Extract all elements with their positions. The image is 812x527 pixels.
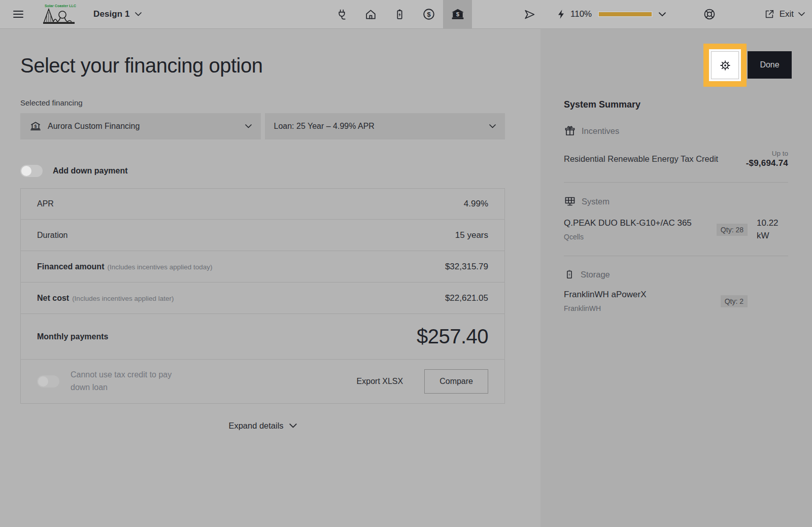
table-row-apr: APR 4.99% [21,189,504,220]
svg-text:$: $ [427,11,431,18]
selected-financing-label: Selected financing [20,98,540,107]
settings-button[interactable] [711,51,739,79]
chevron-down-icon [798,12,805,16]
storage-model-name: FranklinWH aPowerX [564,290,721,300]
add-down-payment-toggle[interactable] [20,165,43,177]
tab-financing-active[interactable]: $ [443,0,472,28]
monthly-payments-label: Monthly payments [37,332,108,341]
row-value: $22,621.05 [445,293,488,303]
offset-progress-bar [597,11,653,18]
add-down-payment-label: Add down payment [53,166,128,175]
exit-icon [764,9,775,20]
financing-dropdowns: $ Aurora Custom Financing Loan: 25 Year … [20,113,505,139]
share-proposal-button[interactable] [515,0,544,28]
monthly-payments-value: $257.40 [417,325,488,348]
incentive-name: Residential Renewable Energy Tax Credit [564,150,718,164]
chevron-down-icon [489,124,496,128]
row-value: $32,315.79 [445,262,488,272]
storage-equipment-item: FranklinWH aPowerX FranklinWH Qty: 2 [564,290,788,312]
panel-model-name: Q.PEAK DUO BLK-G10+/AC 365 [564,218,717,228]
offset-percentage: 110% [570,9,592,19]
incentive-item: Residential Renewable Energy Tax Credit … [564,150,788,168]
send-icon [523,8,536,21]
system-section-header: System [564,195,788,207]
expand-details-button[interactable]: Expand details [20,421,505,431]
export-xlsx-button[interactable]: Export XLSX [357,377,403,386]
plug-icon [335,8,348,21]
tab-utility[interactable] [327,0,356,28]
help-button[interactable] [699,0,720,28]
bank-financing-icon: $ [451,8,464,21]
tab-storage[interactable] [385,0,414,28]
tab-home[interactable] [356,0,385,28]
table-row-net-cost: Net cost(Includes incentives applied lat… [21,283,504,314]
system-size-value: 10.22 [757,217,788,230]
svg-text:$: $ [456,11,459,17]
battery-icon [393,8,406,21]
incentives-section-header: Incentives [564,125,788,137]
home-icon [364,8,377,21]
table-footer-row: Cannot use tax credit to pay down loan E… [21,360,504,403]
bank-icon: $ [29,120,42,132]
system-size-unit: kW [757,230,788,242]
loan-details-table: APR 4.99% Duration 15 years Financed amo… [20,188,505,404]
tab-pricing[interactable]: $ [414,0,443,28]
row-value: 15 years [455,230,488,240]
chevron-down-icon [289,424,297,428]
row-label: Financed amount [37,262,104,271]
exit-menu[interactable]: Exit [764,0,805,28]
panel-manufacturer: Qcells [564,233,717,241]
chevron-down-icon [245,124,252,128]
storage-label: Storage [581,270,610,279]
menu-button[interactable] [7,0,29,28]
storage-battery-icon [564,269,575,280]
energy-offset-status[interactable]: 110% [557,0,666,28]
system-label: System [582,197,610,206]
dollar-circle-icon: $ [422,8,435,21]
incentive-value: -$9,694.74 [746,158,788,168]
storage-qty-badge: Qty: 2 [721,295,748,307]
table-row-financed-amount: Financed amount(Includes incentives appl… [21,251,504,283]
company-logo: Solar Coaster LLC [42,0,79,28]
loan-product-value: Loan: 25 Year – 4.99% APR [274,122,490,131]
loan-product-dropdown[interactable]: Loan: 25 Year – 4.99% APR [265,113,505,139]
incentives-label: Incentives [582,126,619,136]
financing-panel: Select your financing option Selected fi… [0,29,540,527]
system-size: 10.22 kW [757,217,788,242]
divider [564,182,788,183]
row-label: APR [37,199,54,208]
table-row-monthly-payments: Monthly payments $257.40 [21,314,504,360]
design-selector[interactable]: Design 1 [93,0,142,28]
done-button[interactable]: Done [748,51,792,79]
svg-text:$: $ [34,124,37,129]
settings-button-outer [709,49,741,81]
divider [564,256,788,256]
equipment-info: Q.PEAK DUO BLK-G10+/AC 365 Qcells [564,218,717,241]
mode-tabs: $ $ [327,0,472,28]
table-row-duration: Duration 15 years [21,220,504,251]
lifebuoy-help-icon [703,8,716,21]
gear-icon [719,59,731,72]
tax-credit-toggle-label: Cannot use tax credit to pay down loan [71,369,185,394]
chevron-down-icon [135,12,142,16]
bolt-icon [557,9,565,19]
financing-provider-dropdown[interactable]: $ Aurora Custom Financing [20,113,261,139]
system-summary-title: System Summary [564,99,788,110]
equipment-info: FranklinWH aPowerX FranklinWH [564,290,721,312]
toggle-knob [21,166,31,176]
settings-highlight-frame [703,44,747,87]
compare-button[interactable]: Compare [424,369,488,394]
incentive-up-to: Up to [746,150,788,157]
row-label: Net cost [37,294,69,302]
exit-label: Exit [780,9,794,19]
financing-provider-value: Aurora Custom Financing [48,122,245,131]
system-summary-panel: Done System Summary Incentives Residenti… [540,29,812,527]
row-note: (Includes incentives applied later) [72,295,174,302]
design-selector-label: Design 1 [93,9,130,19]
expand-details-label: Expand details [228,421,283,431]
row-value: 4.99% [464,199,488,209]
tax-credit-paydown-toggle[interactable] [37,375,59,388]
offset-progress-fill [599,12,652,16]
gift-icon [564,125,576,137]
down-payment-row: Add down payment [20,165,540,177]
